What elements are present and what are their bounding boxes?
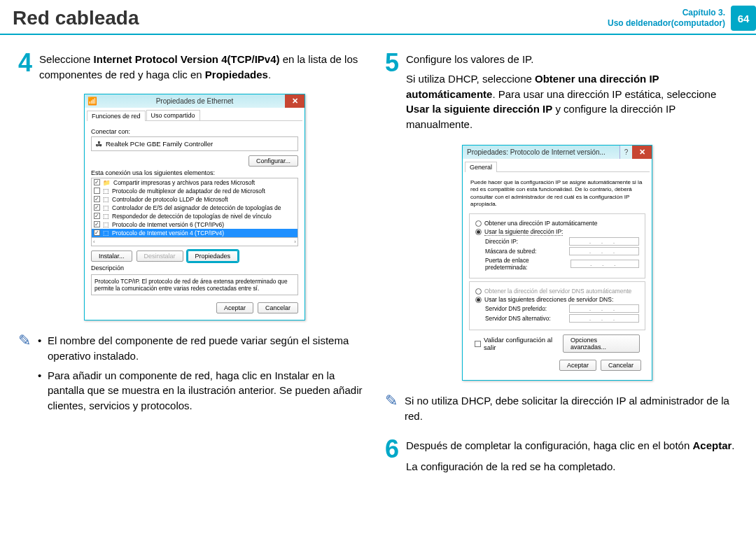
close-icon[interactable]: ✕: [285, 94, 304, 108]
ok-button[interactable]: Aceptar: [216, 302, 253, 313]
note-step4: ✎ El nombre del componente de red puede …: [18, 333, 371, 418]
list-scrollbar[interactable]: ‹›: [91, 238, 298, 246]
step-number: 4: [18, 50, 32, 83]
step-5: 5 Configure los valores de IP. Si utiliz…: [385, 50, 738, 132]
window-title-bar: Propiedades: Protocolo de Internet versi…: [463, 146, 652, 159]
step-4: 4 Seleccione Internet Protocol Version 4…: [18, 50, 371, 83]
info-text: Puede hacer que la configuración IP se a…: [469, 176, 645, 211]
connect-with-label: Conectar con:: [91, 128, 298, 135]
note-step5: ✎ Si no utiliza DHCP, debe solicitar la …: [385, 393, 738, 424]
cancel-button[interactable]: Cancelar: [258, 302, 298, 313]
network-icon: 📶: [88, 97, 97, 106]
adapter-field: 🖧 Realtek PCIe GBE Family Controller: [91, 136, 298, 151]
tab-general[interactable]: General: [465, 162, 497, 172]
window-title: Propiedades: Protocolo de Internet versi…: [467, 148, 606, 156]
ip-fieldset: Obtener una dirección IP automáticamente…: [469, 213, 645, 278]
note-icon: ✎: [18, 333, 31, 418]
dns1-input[interactable]: . . .: [569, 304, 639, 313]
uninstall-button[interactable]: Desinstalar: [136, 251, 183, 262]
page-title: Red cableada: [13, 7, 139, 29]
description-label: Descripción: [91, 265, 298, 271]
ip-input[interactable]: . . .: [569, 237, 639, 246]
configure-button[interactable]: Configurar...: [248, 155, 298, 167]
close-icon[interactable]: ✕: [632, 146, 652, 159]
step-number: 5: [385, 50, 399, 132]
chapter-label: Capítulo 3. Uso deldenador(computador): [608, 8, 725, 29]
ethernet-properties-window: 📶 Propiedades de Ethernet ✕ Funciones de…: [84, 94, 305, 321]
install-button[interactable]: Instalar...: [91, 251, 132, 262]
ipv4-properties-window: Propiedades: Protocolo de Internet versi…: [462, 145, 652, 381]
window-title-bar: 📶 Propiedades de Ethernet ✕: [85, 94, 304, 108]
ok-button[interactable]: Aceptar: [559, 360, 596, 371]
radio-manual-dns[interactable]: Usar las siguientes direcciones de servi…: [475, 296, 639, 303]
validate-checkbox[interactable]: Validar configuración al salir: [475, 336, 563, 351]
radio-manual-ip[interactable]: Usar la siguiente dirección IP:: [475, 228, 639, 236]
cancel-button[interactable]: Cancelar: [601, 360, 641, 371]
advanced-button[interactable]: Opciones avanzadas...: [563, 334, 640, 353]
dns-fieldset: Obtener la dirección del servidor DNS au…: [469, 281, 645, 330]
page-header: Red cableada Capítulo 3. Uso deldenador(…: [0, 0, 756, 35]
help-icon[interactable]: ?: [620, 146, 632, 159]
tab-network-functions[interactable]: Funciones de red: [87, 111, 146, 121]
tab-sharing[interactable]: Uso compartido: [146, 110, 200, 120]
radio-auto-ip[interactable]: Obtener una dirección IP automáticamente: [475, 220, 639, 227]
window-title: Propiedades de Ethernet: [156, 97, 234, 105]
mask-input[interactable]: . . .: [569, 247, 639, 255]
description-text: Protocolo TCP/IP. El protocolo de red de…: [91, 274, 298, 296]
radio-auto-dns: Obtener la dirección del servidor DNS au…: [475, 288, 639, 295]
adapter-icon: 🖧: [96, 140, 103, 148]
step-number: 6: [385, 437, 399, 474]
note-icon: ✎: [385, 393, 398, 424]
uses-label: Esta conexión usa los siguientes element…: [91, 169, 298, 176]
dns2-input[interactable]: . . .: [569, 314, 639, 323]
step-6: 6 Después de completar la configuración,…: [385, 437, 738, 474]
page-number-badge: 64: [731, 6, 756, 31]
gateway-input[interactable]: . . .: [570, 260, 639, 268]
properties-button[interactable]: Propiedades: [188, 251, 239, 262]
components-list[interactable]: ✓📁Compartir impresoras y archivos para r…: [91, 178, 298, 238]
